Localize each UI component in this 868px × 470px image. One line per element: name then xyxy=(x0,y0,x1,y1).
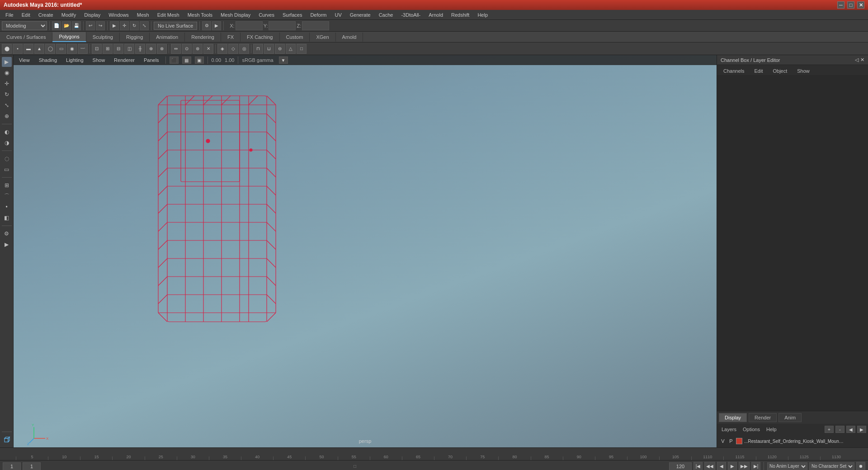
cylinder-primitive-button[interactable]: ▬ xyxy=(24,44,33,54)
combine-button[interactable]: ⊓ xyxy=(253,44,263,54)
object-tab[interactable]: Object xyxy=(768,67,792,75)
menu-display[interactable]: Display xyxy=(80,11,104,19)
layer-name[interactable]: ...Restaurant_Self_Ordering_Kiosk_Wall_M… xyxy=(744,439,844,444)
delete-button[interactable]: ✕ xyxy=(203,44,213,54)
viewport-panels-menu[interactable]: Panels xyxy=(141,56,162,64)
rotate-button[interactable]: ↻ xyxy=(2,89,12,99)
display-tab[interactable]: Display xyxy=(719,413,747,422)
move-tool-button[interactable]: ✛ xyxy=(120,21,129,30)
triangulate-button[interactable]: △ xyxy=(286,44,296,54)
menu-deform[interactable]: Deform xyxy=(307,11,330,19)
append-button[interactable]: ⊟ xyxy=(113,44,123,54)
show-manip-button[interactable]: ◑ xyxy=(2,138,12,148)
lasso-select-button[interactable]: ◌ xyxy=(2,154,12,164)
snap-point-button[interactable]: • xyxy=(2,202,12,212)
menu-help[interactable]: Help xyxy=(474,11,491,19)
close-button[interactable]: ✕ xyxy=(857,1,864,9)
tab-fx[interactable]: FX xyxy=(221,33,241,42)
redo-button[interactable]: ↪ xyxy=(96,21,105,30)
menu-cache[interactable]: Cache xyxy=(375,11,397,19)
viewport-renderer-menu[interactable]: Renderer xyxy=(111,56,137,64)
step-forward-button[interactable]: ▶▶ xyxy=(739,462,750,470)
menu-redshift[interactable]: Redshift xyxy=(448,11,473,19)
camera-button[interactable]: ⬛ xyxy=(170,56,179,64)
resolution-gate-button[interactable]: ▣ xyxy=(195,56,204,64)
menu-surfaces[interactable]: Surfaces xyxy=(279,11,306,19)
auto-key-button[interactable]: ⏺ xyxy=(856,462,865,470)
scale-tool-button[interactable]: ⤡ xyxy=(140,21,149,30)
anim-tab[interactable]: Anim xyxy=(778,413,802,422)
fill-hole-button[interactable]: ◫ xyxy=(124,44,134,54)
select-mode-button[interactable]: ▶ xyxy=(2,57,12,67)
render-settings-button[interactable]: ⚙ xyxy=(202,21,211,30)
z-coord-input[interactable] xyxy=(302,21,329,30)
viewport-lighting-menu[interactable]: Lighting xyxy=(63,56,86,64)
x-coord-input[interactable] xyxy=(236,21,263,30)
window-controls[interactable]: ─ □ ✕ xyxy=(837,1,864,9)
tab-curves-surfaces[interactable]: Curves / Surfaces xyxy=(0,33,52,42)
split-button[interactable]: ╫ xyxy=(135,44,145,54)
undo-button[interactable]: ↩ xyxy=(86,21,95,30)
layer-add-button[interactable]: + xyxy=(825,426,834,433)
torus-primitive-button[interactable]: ◯ xyxy=(45,44,55,54)
menu-mesh-display[interactable]: Mesh Display xyxy=(217,11,254,19)
quick-render-lt-button[interactable]: ▶ xyxy=(2,240,12,249)
show-tab[interactable]: Show xyxy=(793,67,814,75)
boolean-button[interactable]: ⊖ xyxy=(275,44,285,54)
tab-polygons[interactable]: Polygons xyxy=(52,32,86,42)
play-forward-button[interactable]: ▶ xyxy=(728,462,737,470)
disk-primitive-button[interactable]: ◉ xyxy=(67,44,77,54)
menu-arnold[interactable]: Arnold xyxy=(425,11,447,19)
snap-curve-button[interactable]: ⌒ xyxy=(2,191,12,201)
channels-tab[interactable]: Channels xyxy=(719,67,749,75)
universal-manip-button[interactable]: ⊕ xyxy=(2,111,12,121)
menu-curves[interactable]: Curves xyxy=(255,11,278,19)
render-button[interactable]: ▶ xyxy=(212,21,221,30)
menu-uv[interactable]: UV xyxy=(331,11,345,19)
weld-button[interactable]: ⊙ xyxy=(182,44,192,54)
menu-modify[interactable]: Modify xyxy=(58,11,80,19)
plane-primitive-button[interactable]: ▭ xyxy=(56,44,66,54)
layer-expand-button[interactable]: ▶ xyxy=(857,426,866,433)
channel-box-close-button[interactable]: ✕ xyxy=(860,57,864,63)
offset-loop-button[interactable]: ⊗ xyxy=(157,44,167,54)
menu-create[interactable]: Create xyxy=(35,11,57,19)
separate-button[interactable]: ⊔ xyxy=(264,44,274,54)
new-scene-button[interactable]: 📄 xyxy=(52,21,61,30)
sphere-primitive-button[interactable]: ⬤ xyxy=(2,44,12,54)
end-frame-input[interactable] xyxy=(669,462,692,470)
tab-sculpting[interactable]: Sculpting xyxy=(86,33,120,42)
go-end-button[interactable]: ▶| xyxy=(751,462,760,470)
layer-visibility-v[interactable]: V xyxy=(720,438,726,444)
viewport[interactable]: View Shading Lighting Show Renderer Pane… xyxy=(14,55,717,447)
helix-primitive-button[interactable]: 〰 xyxy=(78,44,88,54)
paint-select-button[interactable]: ◉ xyxy=(2,68,12,78)
maximize-button[interactable]: □ xyxy=(847,1,854,9)
bridge-button[interactable]: ⊞ xyxy=(103,44,113,54)
bevel-button[interactable]: ◈ xyxy=(217,44,227,54)
layer-options-button[interactable]: ◀ xyxy=(846,426,855,433)
menu-edit[interactable]: Edit xyxy=(18,11,34,19)
quadrangulate-button[interactable]: □ xyxy=(297,44,307,54)
select-tool-button[interactable]: ▶ xyxy=(110,21,119,30)
snap-grid-button[interactable]: ⊞ xyxy=(2,180,12,190)
extrude-button[interactable]: ⊡ xyxy=(92,44,102,54)
gamma-settings-button[interactable]: ▼ xyxy=(279,56,288,64)
viewport-view-menu[interactable]: View xyxy=(16,56,33,64)
render-tab[interactable]: Render xyxy=(749,413,777,422)
channel-box-collapse-button[interactable]: ◁ xyxy=(855,57,859,63)
timeline[interactable]: 5 10 15 20 25 30 35 40 45 50 55 60 65 70… xyxy=(0,447,868,460)
mode-dropdown[interactable]: Modeling Rigging Animation FX Rendering xyxy=(2,21,47,30)
start-frame-input[interactable] xyxy=(3,462,21,470)
cube-primitive-button[interactable]: ▪ xyxy=(13,44,23,54)
tab-rigging[interactable]: Rigging xyxy=(120,33,150,42)
snap-surface-button[interactable]: ◧ xyxy=(2,213,12,223)
options-menu[interactable]: Options xyxy=(740,426,763,433)
tab-arnold[interactable]: Arnold xyxy=(336,33,363,42)
collapse-button[interactable]: ⊛ xyxy=(193,44,203,54)
menu-windows[interactable]: Windows xyxy=(105,11,132,19)
tab-fx-caching[interactable]: FX Caching xyxy=(241,33,279,42)
menu-edit-mesh[interactable]: Edit Mesh xyxy=(154,11,183,19)
menu-generate[interactable]: Generate xyxy=(346,11,374,19)
soft-select-button[interactable]: ◐ xyxy=(2,127,12,137)
